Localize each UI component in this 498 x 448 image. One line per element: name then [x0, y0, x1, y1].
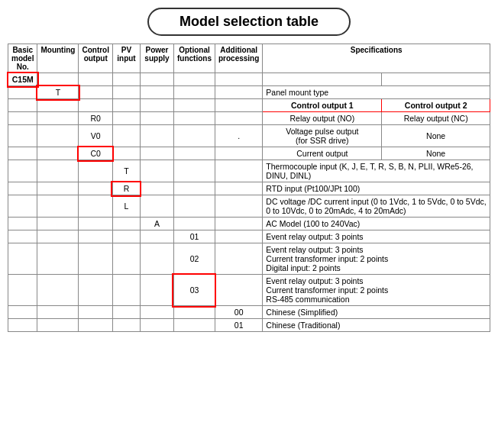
- cell-optional: [173, 125, 215, 147]
- cell-mounting: [37, 275, 79, 306]
- cell-additional: [215, 182, 262, 195]
- cell-additional: .: [215, 125, 262, 147]
- model-selection-table: Basic model No. Mounting Control output …: [8, 44, 490, 332]
- cell-spec-merged: Thermocouple input (K, J, E, T, R, S, B,…: [263, 160, 490, 182]
- cell-basic: [8, 99, 37, 112]
- cell-pv: [112, 319, 140, 332]
- cell-additional: [215, 230, 262, 243]
- cell-additional: [215, 86, 262, 99]
- table-row: 01Chinese (Traditional): [8, 319, 490, 332]
- cell-optional: 01: [173, 230, 215, 243]
- cell-power: [140, 243, 173, 275]
- table-row: C0Current outputNone: [8, 147, 490, 160]
- cell-control: R0: [79, 112, 113, 125]
- cell-control: [79, 218, 113, 230]
- cell-pv: [112, 125, 140, 147]
- cell-basic: [8, 112, 37, 125]
- cell-power: [140, 160, 173, 182]
- cell-spec-merged: Event relay output: 3 points Current tra…: [263, 243, 490, 275]
- cell-power: [140, 147, 173, 160]
- cell-control: [79, 275, 113, 306]
- cell-additional: [215, 147, 262, 160]
- cell-basic: [8, 160, 37, 182]
- cell-additional: [215, 160, 262, 182]
- cell-optional: [173, 73, 215, 86]
- table-row: RRTD input (Pt100/JPt 100): [8, 182, 490, 195]
- cell-basic: [8, 230, 37, 243]
- cell-basic: C15M: [8, 73, 37, 86]
- cell-power: [140, 73, 173, 86]
- cell-spec-merged: Panel mount type: [263, 86, 490, 99]
- cell-additional: [215, 112, 262, 125]
- cell-control: [79, 195, 113, 218]
- cell-spec1: Current output: [263, 147, 382, 160]
- cell-mounting: [37, 73, 79, 86]
- cell-control: [79, 243, 113, 275]
- cell-pv: [112, 218, 140, 230]
- cell-spec2: Relay output (NC): [382, 112, 490, 125]
- cell-control: [79, 99, 113, 112]
- table-row: LDC voltage /DC current input (0 to 1Vdc…: [8, 195, 490, 218]
- header-basic: Basic model No.: [8, 44, 37, 73]
- cell-spec2: [382, 73, 490, 86]
- table-row: C15M: [8, 73, 490, 86]
- cell-control: [79, 160, 113, 182]
- cell-basic: [8, 275, 37, 306]
- table-row: 03Event relay output: 3 points Current t…: [8, 275, 490, 306]
- cell-additional: [215, 243, 262, 275]
- cell-mounting: [37, 195, 79, 218]
- cell-spec-merged: RTD input (Pt100/JPt 100): [263, 182, 490, 195]
- cell-mounting: [37, 218, 79, 230]
- cell-additional: [215, 73, 262, 86]
- header-pv: PV input: [112, 44, 140, 73]
- cell-pv: [112, 230, 140, 243]
- cell-power: [140, 195, 173, 218]
- cell-spec1: Voltage pulse output(for SSR drive): [263, 125, 382, 147]
- cell-pv: R: [112, 182, 140, 195]
- cell-spec-merged: AC Model (100 to 240Vac): [263, 218, 490, 230]
- cell-spec2: None: [382, 125, 490, 147]
- cell-pv: [112, 306, 140, 319]
- cell-basic: [8, 306, 37, 319]
- table-row: V0.Voltage pulse output(for SSR drive)No…: [8, 125, 490, 147]
- cell-optional: [173, 112, 215, 125]
- cell-pv: [112, 73, 140, 86]
- cell-spec1: Relay output (NO): [263, 112, 382, 125]
- cell-control: C0: [79, 147, 113, 160]
- cell-pv: [112, 86, 140, 99]
- cell-optional: [173, 182, 215, 195]
- cell-spec-merged: Event relay output: 3 points Current tra…: [263, 275, 490, 306]
- cell-control: [79, 73, 113, 86]
- cell-control: V0: [79, 125, 113, 147]
- cell-optional: [173, 99, 215, 112]
- cell-mounting: [37, 125, 79, 147]
- cell-optional: 02: [173, 243, 215, 275]
- header-power: Power supply: [140, 44, 173, 73]
- table-row: TPanel mount type: [8, 86, 490, 99]
- cell-pv: [112, 112, 140, 125]
- cell-mounting: [37, 160, 79, 182]
- cell-pv: [112, 147, 140, 160]
- cell-power: A: [140, 218, 173, 230]
- cell-additional: 00: [215, 306, 262, 319]
- cell-mounting: [37, 319, 79, 332]
- cell-spec2-header: Control output 2: [382, 99, 490, 112]
- cell-basic: [8, 218, 37, 230]
- cell-optional: [173, 147, 215, 160]
- cell-optional: [173, 195, 215, 218]
- cell-power: [140, 306, 173, 319]
- cell-control: [79, 182, 113, 195]
- title-container: Model selection table: [8, 8, 490, 36]
- cell-basic: [8, 147, 37, 160]
- cell-basic: [8, 319, 37, 332]
- cell-optional: [173, 306, 215, 319]
- cell-additional: [215, 99, 262, 112]
- header-additional: Additional processing: [215, 44, 262, 73]
- table-body: C15MTPanel mount typeControl output 1Con…: [8, 73, 490, 332]
- cell-optional: [173, 319, 215, 332]
- table-row: TThermocouple input (K, J, E, T, R, S, B…: [8, 160, 490, 182]
- cell-pv: T: [112, 160, 140, 182]
- cell-basic: [8, 243, 37, 275]
- table-row: R0Relay output (NO)Relay output (NC): [8, 112, 490, 125]
- cell-pv: [112, 275, 140, 306]
